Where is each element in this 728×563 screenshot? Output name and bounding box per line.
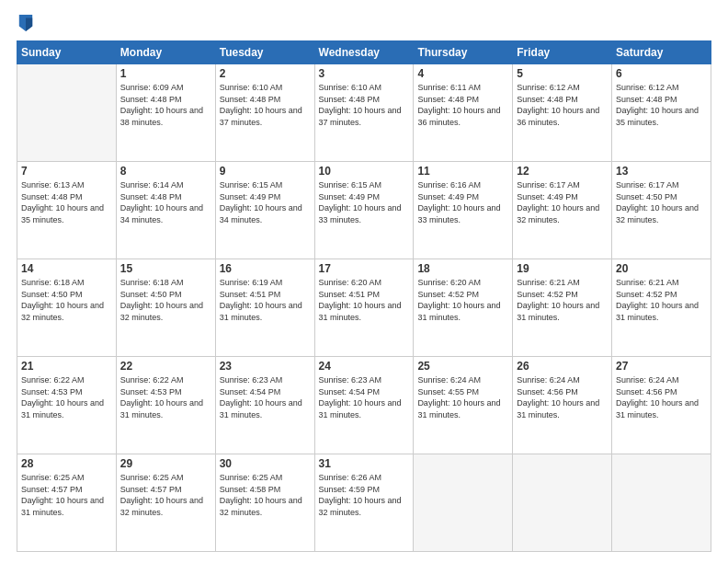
day-info: Sunrise: 6:18 AMSunset: 4:50 PMDaylight:… xyxy=(120,277,211,323)
day-number: 31 xyxy=(319,457,410,470)
day-number: 21 xyxy=(21,360,112,373)
day-number: 22 xyxy=(120,360,211,373)
day-info: Sunrise: 6:21 AMSunset: 4:52 PMDaylight:… xyxy=(616,277,707,323)
day-number: 16 xyxy=(220,262,311,275)
day-info: Sunrise: 6:17 AMSunset: 4:50 PMDaylight:… xyxy=(616,179,707,225)
calendar-cell xyxy=(414,454,513,552)
calendar-cell xyxy=(17,64,117,162)
day-info: Sunrise: 6:17 AMSunset: 4:49 PMDaylight:… xyxy=(517,179,608,225)
calendar-header-tuesday: Tuesday xyxy=(215,41,314,64)
calendar-cell: 23 Sunrise: 6:23 AMSunset: 4:54 PMDaylig… xyxy=(215,357,314,454)
day-info: Sunrise: 6:11 AMSunset: 4:48 PMDaylight:… xyxy=(417,82,508,128)
day-number: 1 xyxy=(120,67,211,80)
calendar-cell: 4 Sunrise: 6:11 AMSunset: 4:48 PMDayligh… xyxy=(414,64,513,162)
day-number: 27 xyxy=(616,360,707,373)
header xyxy=(17,17,711,31)
day-info: Sunrise: 6:24 AMSunset: 4:55 PMDaylight:… xyxy=(417,374,508,420)
day-number: 10 xyxy=(319,165,410,178)
day-info: Sunrise: 6:12 AMSunset: 4:48 PMDaylight:… xyxy=(616,82,707,128)
calendar-cell: 24 Sunrise: 6:23 AMSunset: 4:54 PMDaylig… xyxy=(314,357,414,454)
calendar-header-monday: Monday xyxy=(116,41,215,64)
calendar-cell: 14 Sunrise: 6:18 AMSunset: 4:50 PMDaylig… xyxy=(17,259,117,357)
day-info: Sunrise: 6:10 AMSunset: 4:48 PMDaylight:… xyxy=(220,82,311,128)
calendar-week-5: 28 Sunrise: 6:25 AMSunset: 4:57 PMDaylig… xyxy=(17,454,711,552)
calendar-cell: 26 Sunrise: 6:24 AMSunset: 4:56 PMDaylig… xyxy=(513,357,612,454)
calendar-cell: 2 Sunrise: 6:10 AMSunset: 4:48 PMDayligh… xyxy=(215,64,314,162)
calendar-cell xyxy=(513,454,612,552)
day-number: 19 xyxy=(517,262,608,275)
day-number: 7 xyxy=(21,165,112,178)
page: SundayMondayTuesdayWednesdayThursdayFrid… xyxy=(0,0,728,563)
day-number: 12 xyxy=(517,165,608,178)
day-number: 17 xyxy=(319,262,410,275)
day-number: 9 xyxy=(220,165,311,178)
calendar-cell: 17 Sunrise: 6:20 AMSunset: 4:51 PMDaylig… xyxy=(314,259,414,357)
calendar-cell: 31 Sunrise: 6:26 AMSunset: 4:59 PMDaylig… xyxy=(314,454,414,552)
day-number: 28 xyxy=(21,457,112,470)
calendar-week-3: 14 Sunrise: 6:18 AMSunset: 4:50 PMDaylig… xyxy=(17,259,711,357)
day-info: Sunrise: 6:25 AMSunset: 4:57 PMDaylight:… xyxy=(120,472,211,518)
svg-marker-1 xyxy=(26,18,32,31)
calendar-cell: 25 Sunrise: 6:24 AMSunset: 4:55 PMDaylig… xyxy=(414,357,513,454)
day-info: Sunrise: 6:25 AMSunset: 4:57 PMDaylight:… xyxy=(21,472,112,518)
logo xyxy=(17,17,33,31)
calendar-cell: 16 Sunrise: 6:19 AMSunset: 4:51 PMDaylig… xyxy=(215,259,314,357)
calendar-cell: 13 Sunrise: 6:17 AMSunset: 4:50 PMDaylig… xyxy=(612,162,711,259)
day-info: Sunrise: 6:23 AMSunset: 4:54 PMDaylight:… xyxy=(220,374,311,420)
calendar-cell: 22 Sunrise: 6:22 AMSunset: 4:53 PMDaylig… xyxy=(116,357,215,454)
calendar-cell: 8 Sunrise: 6:14 AMSunset: 4:48 PMDayligh… xyxy=(116,162,215,259)
calendar-cell: 6 Sunrise: 6:12 AMSunset: 4:48 PMDayligh… xyxy=(612,64,711,162)
day-info: Sunrise: 6:23 AMSunset: 4:54 PMDaylight:… xyxy=(319,374,410,420)
day-number: 20 xyxy=(616,262,707,275)
calendar-cell: 5 Sunrise: 6:12 AMSunset: 4:48 PMDayligh… xyxy=(513,64,612,162)
day-number: 29 xyxy=(120,457,211,470)
day-number: 23 xyxy=(220,360,311,373)
day-info: Sunrise: 6:22 AMSunset: 4:53 PMDaylight:… xyxy=(21,374,112,420)
calendar-week-4: 21 Sunrise: 6:22 AMSunset: 4:53 PMDaylig… xyxy=(17,357,711,454)
day-number: 2 xyxy=(220,67,311,80)
day-info: Sunrise: 6:13 AMSunset: 4:48 PMDaylight:… xyxy=(21,179,112,225)
calendar-cell xyxy=(612,454,711,552)
calendar-cell: 12 Sunrise: 6:17 AMSunset: 4:49 PMDaylig… xyxy=(513,162,612,259)
day-info: Sunrise: 6:20 AMSunset: 4:51 PMDaylight:… xyxy=(319,277,410,323)
calendar-header-thursday: Thursday xyxy=(414,41,513,64)
calendar-header-wednesday: Wednesday xyxy=(314,41,414,64)
calendar-cell: 9 Sunrise: 6:15 AMSunset: 4:49 PMDayligh… xyxy=(215,162,314,259)
day-info: Sunrise: 6:24 AMSunset: 4:56 PMDaylight:… xyxy=(517,374,608,420)
day-number: 13 xyxy=(616,165,707,178)
calendar-header-saturday: Saturday xyxy=(612,41,711,64)
day-info: Sunrise: 6:21 AMSunset: 4:52 PMDaylight:… xyxy=(517,277,608,323)
day-number: 8 xyxy=(120,165,211,178)
day-info: Sunrise: 6:15 AMSunset: 4:49 PMDaylight:… xyxy=(220,179,311,225)
day-info: Sunrise: 6:26 AMSunset: 4:59 PMDaylight:… xyxy=(319,472,410,518)
calendar-cell: 1 Sunrise: 6:09 AMSunset: 4:48 PMDayligh… xyxy=(116,64,215,162)
calendar-week-1: 1 Sunrise: 6:09 AMSunset: 4:48 PMDayligh… xyxy=(17,64,711,162)
calendar-cell: 10 Sunrise: 6:15 AMSunset: 4:49 PMDaylig… xyxy=(314,162,414,259)
calendar-cell: 18 Sunrise: 6:20 AMSunset: 4:52 PMDaylig… xyxy=(414,259,513,357)
calendar-cell: 11 Sunrise: 6:16 AMSunset: 4:49 PMDaylig… xyxy=(414,162,513,259)
calendar-header-row: SundayMondayTuesdayWednesdayThursdayFrid… xyxy=(17,41,711,64)
day-info: Sunrise: 6:10 AMSunset: 4:48 PMDaylight:… xyxy=(319,82,410,128)
day-info: Sunrise: 6:20 AMSunset: 4:52 PMDaylight:… xyxy=(417,277,508,323)
calendar-cell: 15 Sunrise: 6:18 AMSunset: 4:50 PMDaylig… xyxy=(116,259,215,357)
day-number: 11 xyxy=(417,165,508,178)
day-number: 30 xyxy=(220,457,311,470)
day-info: Sunrise: 6:19 AMSunset: 4:51 PMDaylight:… xyxy=(220,277,311,323)
day-number: 3 xyxy=(319,67,410,80)
day-number: 6 xyxy=(616,67,707,80)
calendar-cell: 3 Sunrise: 6:10 AMSunset: 4:48 PMDayligh… xyxy=(314,64,414,162)
day-number: 24 xyxy=(319,360,410,373)
calendar-cell: 29 Sunrise: 6:25 AMSunset: 4:57 PMDaylig… xyxy=(116,454,215,552)
day-info: Sunrise: 6:12 AMSunset: 4:48 PMDaylight:… xyxy=(517,82,608,128)
calendar-week-2: 7 Sunrise: 6:13 AMSunset: 4:48 PMDayligh… xyxy=(17,162,711,259)
day-info: Sunrise: 6:14 AMSunset: 4:48 PMDaylight:… xyxy=(120,179,211,225)
day-number: 4 xyxy=(417,67,508,80)
day-info: Sunrise: 6:16 AMSunset: 4:49 PMDaylight:… xyxy=(417,179,508,225)
day-number: 26 xyxy=(517,360,608,373)
day-number: 25 xyxy=(417,360,508,373)
calendar-cell: 30 Sunrise: 6:25 AMSunset: 4:58 PMDaylig… xyxy=(215,454,314,552)
day-number: 15 xyxy=(120,262,211,275)
calendar-table: SundayMondayTuesdayWednesdayThursdayFrid… xyxy=(17,40,711,552)
day-info: Sunrise: 6:25 AMSunset: 4:58 PMDaylight:… xyxy=(220,472,311,518)
logo-icon xyxy=(18,15,33,31)
